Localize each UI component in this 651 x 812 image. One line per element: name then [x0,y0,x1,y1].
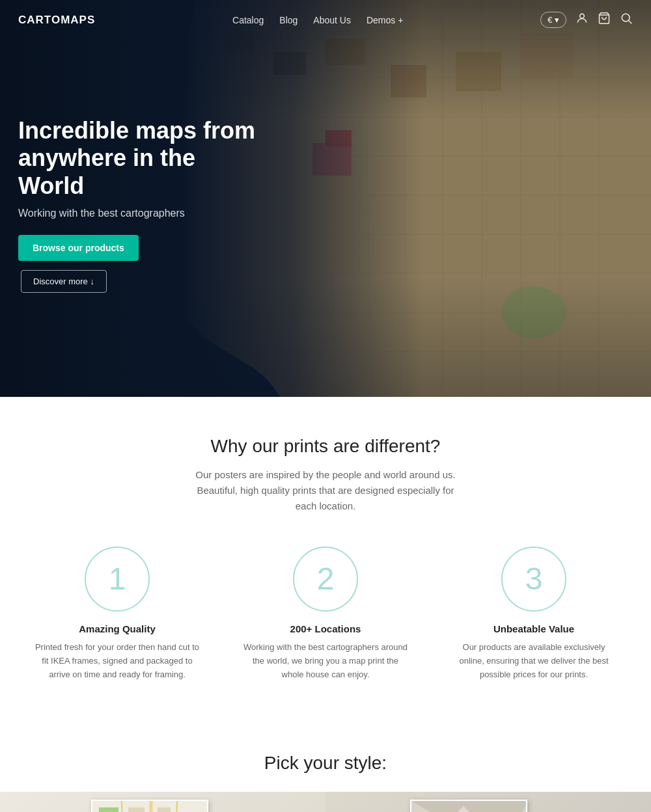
svg-point-0 [580,14,585,18]
currency-selector[interactable]: € ▾ [540,12,566,28]
why-section: Why our prints are different? Our poster… [0,397,651,720]
navigation: CARTOMAPS Catalog Blog About Us Demos + … [0,0,651,40]
feature-title-2: 200+ Locations [241,623,410,634]
cart-icon[interactable] [598,12,611,28]
style-section: Pick your style: [0,720,651,812]
discover-more-button[interactable]: Discover more ↓ [21,270,107,293]
feature-value: 3 Unbeatable Value Our products are avai… [449,547,618,681]
hero-section: Incredible maps from anywhere in the Wor… [0,0,651,397]
nav-about[interactable]: About Us [313,15,351,25]
terrain-maps-card[interactable]: Terrain Maps [326,792,651,812]
feature-circle-3: 3 [501,547,566,612]
svg-rect-47 [158,807,171,812]
feature-title-3: Unbeatable Value [449,623,618,634]
feature-number-1: 1 [109,563,126,595]
feature-quality: 1 Amazing Quality Printed fresh for your… [33,547,202,681]
svg-rect-46 [128,807,145,812]
feature-number-2: 2 [317,563,335,595]
svg-point-2 [622,14,630,21]
features-list: 1 Amazing Quality Printed fresh for your… [26,547,625,681]
svg-rect-45 [99,807,118,812]
street-maps-card[interactable]: Street Maps [0,792,326,812]
hero-cta-group: Browse our products Discover more ↓ [18,235,266,293]
svg-line-3 [629,21,632,24]
user-icon[interactable] [575,12,589,28]
style-grid: Street Maps [0,792,651,812]
feature-desc-1: Printed fresh for your order then hand c… [33,641,202,681]
style-title: Pick your style: [0,753,651,774]
hero-title: Incredible maps from anywhere in the Wor… [18,117,266,200]
nav-links: Catalog Blog About Us Demos + [232,14,403,26]
nav-right: € ▾ [540,12,633,28]
feature-desc-2: Working with the best cartographers arou… [241,641,410,681]
feature-desc-3: Our products are available exclusively o… [449,641,618,681]
why-subtitle: Our posters are inspired by the people a… [189,467,462,514]
why-title: Why our prints are different? [26,436,625,457]
hero-content: Incredible maps from anywhere in the Wor… [18,117,266,293]
feature-title-1: Amazing Quality [33,623,202,634]
browse-products-button[interactable]: Browse our products [18,235,139,261]
hero-subtitle: Working with the best cartographers [18,208,266,219]
search-icon[interactable] [620,12,633,28]
feature-circle-2: 2 [293,547,358,612]
nav-catalog[interactable]: Catalog [232,15,264,25]
feature-circle-1: 1 [85,547,150,612]
nav-demos[interactable]: Demos + [367,15,403,25]
feature-locations: 2 200+ Locations Working with the best c… [241,547,410,681]
brand-logo[interactable]: CARTOMAPS [18,14,95,27]
feature-number-3: 3 [525,563,543,595]
nav-blog[interactable]: Blog [279,15,298,25]
